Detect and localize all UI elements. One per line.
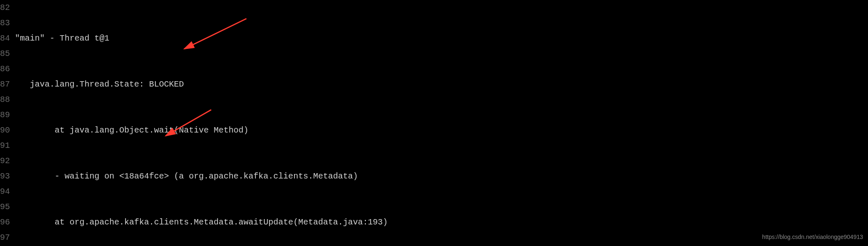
line-number: 85 (0, 46, 10, 61)
line-number: 86 (0, 61, 10, 77)
watermark: https://blog.csdn.net/xiaolongge904913 (762, 232, 863, 243)
line-number: 88 (0, 92, 10, 107)
line-number: 87 (0, 77, 10, 92)
code-line: at java.lang.Object.wait(Native Method) (15, 123, 868, 138)
code-line: - waiting on <18a64fce> (a org.apache.ka… (15, 169, 868, 184)
line-number: 92 (0, 153, 10, 169)
line-number-gutter: 82 83 84 85 86 87 88 89 90 91 92 93 94 9… (0, 0, 15, 246)
code-content[interactable]: "main" - Thread t@1 java.lang.Thread.Sta… (15, 0, 868, 246)
line-number: 90 (0, 123, 10, 138)
line-number: 97 (0, 230, 10, 245)
line-number: 84 (0, 31, 10, 46)
code-line: "main" - Thread t@1 (15, 31, 868, 46)
line-number: 96 (0, 215, 10, 230)
line-number: 93 (0, 169, 10, 184)
line-number: 95 (0, 199, 10, 215)
line-number: 89 (0, 107, 10, 123)
code-line: at org.apache.kafka.clients.Metadata.awa… (15, 215, 868, 230)
line-number: 83 (0, 15, 10, 31)
line-number: 91 (0, 138, 10, 153)
line-number: 94 (0, 184, 10, 199)
code-container: 82 83 84 85 86 87 88 89 90 91 92 93 94 9… (0, 0, 868, 246)
code-line: java.lang.Thread.State: BLOCKED (15, 77, 868, 92)
line-number: 82 (0, 0, 10, 15)
